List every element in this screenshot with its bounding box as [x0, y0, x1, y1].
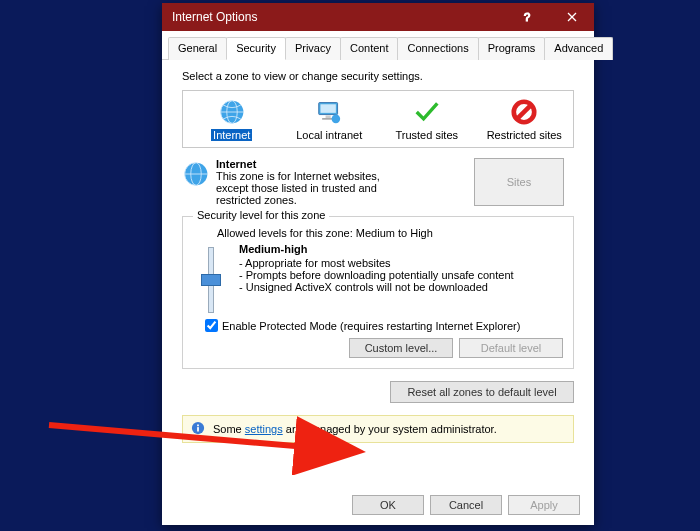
tab-strip: General Security Privacy Content Connect…	[162, 31, 594, 60]
custom-level-button[interactable]: Custom level...	[349, 338, 453, 358]
tab-security[interactable]: Security	[226, 37, 286, 60]
svg-rect-16	[197, 425, 199, 427]
help-button[interactable]: ?	[506, 3, 550, 31]
reset-all-zones-button[interactable]: Reset all zones to default level	[390, 381, 574, 403]
title-bar[interactable]: Internet Options ?	[162, 3, 594, 31]
protected-mode-checkbox[interactable]	[205, 319, 218, 332]
notice-text: Some settings are managed by your system…	[213, 423, 497, 435]
ok-button[interactable]: OK	[352, 495, 424, 515]
zone-description: This zone is for Internet websites, exce…	[216, 170, 386, 206]
tab-connections[interactable]: Connections	[397, 37, 478, 60]
svg-line-11	[517, 105, 532, 120]
protected-mode-label: Enable Protected Mode (requires restarti…	[222, 320, 520, 332]
svg-text:?: ?	[524, 12, 530, 22]
security-level-group: Security level for this zone Allowed lev…	[182, 216, 574, 369]
window-title: Internet Options	[172, 10, 257, 24]
default-level-button[interactable]: Default level	[459, 338, 563, 358]
tab-advanced[interactable]: Advanced	[544, 37, 613, 60]
zone-restricted-sites[interactable]: Restricted sites	[486, 97, 562, 141]
cancel-button[interactable]: Cancel	[430, 495, 502, 515]
apply-button[interactable]: Apply	[508, 495, 580, 515]
zone-description-row: Internet This zone is for Internet websi…	[182, 158, 574, 206]
dialog-footer: OK Cancel Apply	[162, 487, 594, 525]
zone-restricted-label: Restricted sites	[487, 129, 562, 141]
globe-icon	[182, 160, 208, 206]
svg-point-9	[332, 115, 341, 124]
zone-prompt: Select a zone to view or change security…	[182, 70, 574, 82]
prohibited-icon	[509, 97, 539, 127]
zone-title: Internet	[216, 158, 386, 170]
zone-local-label: Local intranet	[296, 129, 362, 141]
zone-local-intranet[interactable]: Local intranet	[291, 97, 367, 141]
level-name: Medium-high	[239, 243, 514, 255]
allowed-levels-text: Allowed levels for this zone: Medium to …	[217, 227, 563, 239]
sites-button[interactable]: Sites	[474, 158, 564, 206]
globe-icon	[217, 97, 247, 127]
tab-general[interactable]: General	[168, 37, 227, 60]
svg-rect-6	[321, 104, 336, 113]
svg-rect-15	[197, 427, 199, 431]
tab-privacy[interactable]: Privacy	[285, 37, 341, 60]
info-icon	[191, 421, 205, 437]
zone-internet[interactable]: Internet	[194, 97, 270, 141]
internet-options-dialog: Internet Options ? General Security Priv…	[162, 3, 594, 525]
zone-selector: Internet Local intranet Trusted sites Re…	[182, 90, 574, 148]
tab-content[interactable]: Content	[340, 37, 399, 60]
zone-internet-label: Internet	[211, 129, 252, 141]
tab-programs[interactable]: Programs	[478, 37, 546, 60]
level-bullet-1: - Appropriate for most websites	[239, 257, 514, 269]
svg-rect-7	[326, 115, 331, 118]
monitor-icon	[314, 97, 344, 127]
settings-link[interactable]: settings	[245, 423, 283, 435]
level-bullet-2: - Prompts before downloading potentially…	[239, 269, 514, 281]
security-level-slider[interactable]	[199, 243, 223, 313]
tab-content-area: Select a zone to view or change security…	[162, 60, 594, 487]
close-button[interactable]	[550, 3, 594, 31]
checkmark-icon	[412, 97, 442, 127]
zone-trusted-sites[interactable]: Trusted sites	[389, 97, 465, 141]
zone-trusted-label: Trusted sites	[395, 129, 458, 141]
group-title: Security level for this zone	[193, 209, 329, 221]
level-bullet-3: - Unsigned ActiveX controls will not be …	[239, 281, 514, 293]
admin-notice: Some settings are managed by your system…	[182, 415, 574, 443]
slider-thumb[interactable]	[201, 274, 221, 286]
